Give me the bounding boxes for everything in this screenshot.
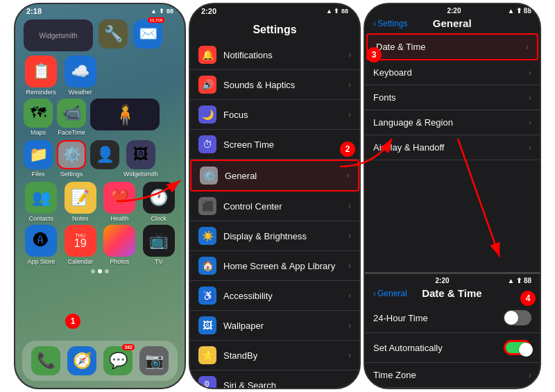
status-bar-2: 2:20 ▲ ⬆ 88 <box>190 4 359 17</box>
phone2-wrapper: 2:20 ▲ ⬆ 88 Settings 🔔 Notifications › 🔊… <box>189 3 361 389</box>
settings-notifications[interactable]: 🔔 Notifications › <box>190 40 359 70</box>
app-spacer <box>102 56 137 96</box>
app-contacts[interactable]: 👥 Contacts <box>24 182 59 222</box>
settings-general[interactable]: ⚙️ General › <box>190 160 359 191</box>
app-reminders[interactable]: 📋 Reminders <box>24 56 59 96</box>
time-1: 2:18 <box>26 7 42 15</box>
status-icons-2: ▲ ⬆ 88 <box>326 8 348 15</box>
status-bar-1: 2:18 ▲ ⬆ 88 <box>15 4 185 17</box>
settings-homescreen[interactable]: 🏠 Home Screen & App Library › <box>190 251 359 281</box>
app-photo-person: 👤 <box>90 140 119 178</box>
general-nav-title: General <box>407 17 497 29</box>
app-health[interactable]: ❤️ Health <box>102 182 137 222</box>
home-row4: 📁 Files ⚙️ Settings 👤 🖼 Widgetsmith <box>15 137 185 180</box>
toggle-auto[interactable]: Set Automatically <box>365 333 540 363</box>
settings-standby[interactable]: ⭐ StandBy › <box>190 341 359 370</box>
phone3-wrapper: Settings 2:20 ▲ ⬆ 88 ‹ Settings General <box>364 3 541 389</box>
general-nav: ‹ Settings General <box>365 16 540 33</box>
messages-badge: 382 <box>122 344 135 350</box>
toggle-auto-knob <box>519 343 533 357</box>
dot-2 <box>98 269 102 273</box>
step1-circle: 1 <box>65 314 80 329</box>
toggle-24hour-switch[interactable] <box>504 310 531 325</box>
step2-circle: 2 <box>340 142 355 157</box>
app-utilities[interactable]: 🔧 <box>99 19 128 49</box>
dock-phone[interactable]: 📞 <box>31 346 60 375</box>
general-items: Date & Time › Keyboard › Fonts › Languag… <box>365 33 540 160</box>
home-screen: 2:18 ▲ ⬆ 88 Widgetsmith 🔧 <box>14 3 186 389</box>
dock-camera[interactable]: 📷 <box>139 346 169 375</box>
home-row2: 📋 Reminders ☁️ Weather <box>15 54 185 97</box>
status-bar-3a: Settings 2:20 ▲ ⬆ 88 <box>365 4 540 16</box>
app-clock[interactable]: 🕐 Clock <box>142 182 177 222</box>
general-datetime[interactable]: Date & Time › <box>366 33 538 60</box>
dock: 📞 🧭 💬 382 📷 <box>22 341 178 381</box>
settings-list: 🔔 Notifications › 🔊 Sounds & Haptics › 🌙… <box>190 40 359 389</box>
toggle-auto-switch[interactable] <box>504 340 531 355</box>
settings-siri[interactable]: 🎙 Siri & Search › <box>190 370 359 389</box>
timezone-row[interactable]: Time Zone › <box>365 363 540 388</box>
step4-circle: 4 <box>520 291 536 306</box>
settings-focus[interactable]: 🌙 Focus › <box>190 100 359 130</box>
toggle-24hour[interactable]: 24-Hour Time <box>365 303 540 333</box>
home-row-widgets: Widgetsmith 🔧 ✉️ 11,710 <box>15 17 185 54</box>
page-dots <box>15 269 185 273</box>
general-keyboard[interactable]: Keyboard › <box>365 60 540 85</box>
mail-badge: 11,710 <box>148 17 164 23</box>
dock-safari[interactable]: 🧭 <box>67 346 96 375</box>
time-2: 2:20 <box>201 7 216 15</box>
home-row5: 👥 Contacts 📝 Notes ❤️ Health 🕐 Clock <box>15 180 185 223</box>
settings-title: Settings <box>190 17 359 40</box>
app-mail[interactable]: ✉️ 11,710 <box>133 19 162 49</box>
app-photos[interactable]: Photos <box>102 225 137 265</box>
settings-screen: 2:20 ▲ ⬆ 88 Settings 🔔 Notifications › 🔊… <box>189 3 361 389</box>
settings-controlcenter[interactable]: ⬛ Control Center › <box>190 191 359 221</box>
app-facetime[interactable]: 📹 FaceTime <box>57 99 86 136</box>
datetime-panel: x 2:20 ▲ ⬆ 88 ‹ General Date & Time 24-H… <box>365 272 540 388</box>
dot-1 <box>91 269 95 273</box>
status-icons-1: ▲ ⬆ 88 <box>151 8 173 15</box>
settings-wallpaper[interactable]: 🖼 Wallpaper › <box>190 311 359 341</box>
general-fonts[interactable]: Fonts › <box>365 85 540 110</box>
app-settings[interactable]: ⚙️ Settings <box>57 140 86 178</box>
dock-messages[interactable]: 💬 382 <box>103 346 133 375</box>
general-language[interactable]: Language & Region › <box>365 110 540 135</box>
app-tv[interactable]: 📺 TV <box>142 225 177 265</box>
settings-sounds[interactable]: 🔊 Sounds & Haptics › <box>190 70 359 100</box>
status-bar-3b: x 2:20 ▲ ⬆ 88 <box>365 274 540 286</box>
general-airplay[interactable]: AirPlay & Handoff › <box>365 135 540 160</box>
home-row6: 🅐 App Store THU 19 Calendar Photos 📺 <box>15 223 185 266</box>
right-icons: 🔧 <box>99 19 128 51</box>
widget-widgetsmith[interactable]: Widgetsmith <box>24 19 93 51</box>
photo-widget: 🧍 <box>90 99 160 130</box>
general-screen: Settings 2:20 ▲ ⬆ 88 ‹ Settings General <box>364 3 541 389</box>
right-icons2: ✉️ 11,710 <box>133 19 162 51</box>
app-appstore[interactable]: 🅐 App Store <box>24 225 59 265</box>
phone1-wrapper: 2:18 ▲ ⬆ 88 Widgetsmith 🔧 <box>14 3 186 389</box>
settings-display[interactable]: ☀️ Display & Brightness › <box>190 221 359 251</box>
back-to-settings[interactable]: ‹ Settings <box>373 19 407 28</box>
back-to-general[interactable]: ‹ General <box>373 289 407 298</box>
app-maps[interactable]: 🗺 Maps <box>24 99 53 136</box>
settings-accessibility[interactable]: ♿ Accessibility › <box>190 281 359 311</box>
page-wrapper: 2:18 ▲ ⬆ 88 Widgetsmith 🔧 <box>0 0 555 392</box>
datetime-nav: ‹ General Date & Time <box>365 286 540 303</box>
home-row3: 🗺 Maps 📹 FaceTime 🧍 <box>15 97 185 137</box>
settings-screentime[interactable]: ⏱ Screen Time › <box>190 130 359 160</box>
toggle-24hour-knob <box>504 311 518 325</box>
step3-circle: 3 <box>366 47 382 62</box>
general-panel: Settings 2:20 ▲ ⬆ 88 ‹ Settings General <box>365 4 540 271</box>
app-weather[interactable]: ☁️ Weather <box>63 56 99 96</box>
app-widgetsmith2[interactable]: 🖼 Widgetsmith <box>123 140 158 178</box>
dot-3 <box>105 269 109 273</box>
datetime-nav-title: Date & Time <box>407 287 497 299</box>
app-spacer2 <box>142 56 177 96</box>
app-calendar[interactable]: THU 19 Calendar <box>63 225 99 265</box>
app-files[interactable]: 📁 Files <box>24 140 53 178</box>
app-notes[interactable]: 📝 Notes <box>63 182 99 222</box>
